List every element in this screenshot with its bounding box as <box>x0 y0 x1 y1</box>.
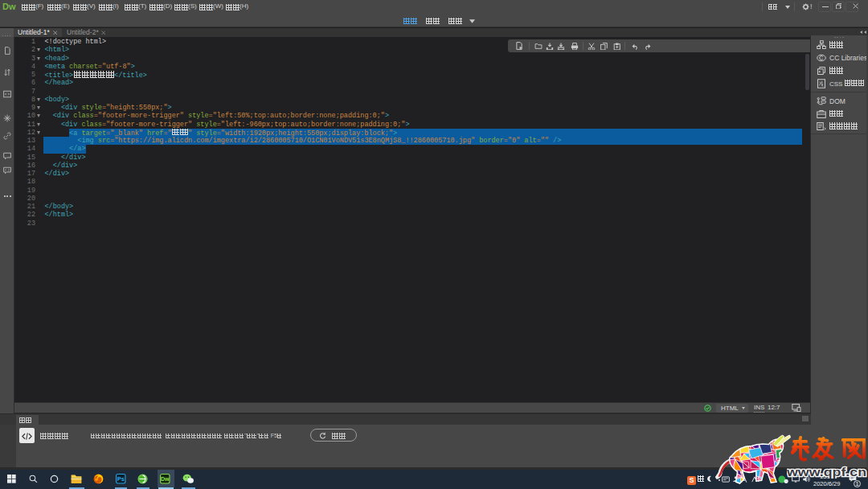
svg-text:Ps: Ps <box>117 475 125 483</box>
svg-text:Dw: Dw <box>161 476 170 482</box>
svg-text:www.qpf.cn: www.qpf.cn <box>787 465 866 479</box>
